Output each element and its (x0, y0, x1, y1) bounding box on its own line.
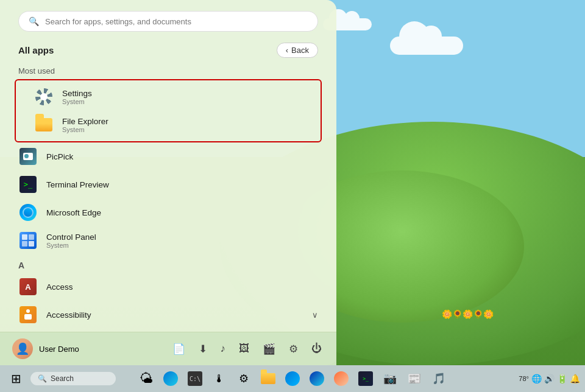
app-item-edge[interactable]: Microsoft Edge (0, 198, 336, 226)
weather2-icon: 🌡 (214, 373, 225, 385)
app-item-access[interactable]: A Access (0, 273, 336, 301)
app-item-settings[interactable]: Settings System (16, 83, 321, 111)
most-used-highlight-box: Settings System File Explorer System (15, 79, 322, 142)
control-panel-subtitle: System (46, 242, 96, 249)
access-icon: A (18, 277, 38, 296)
taskbar-search[interactable]: 🔍 Search (30, 372, 116, 385)
section-letter-a: A (0, 254, 336, 273)
control-panel-icon (18, 231, 38, 250)
accessibility-info: Accessibility (46, 310, 91, 320)
taskbar-search-label: Search (51, 374, 74, 383)
ms-edge-icon (310, 371, 324, 386)
gear-icon (35, 88, 52, 105)
search-icon: 🔍 (29, 16, 39, 26)
settings-app-info: Settings System (62, 89, 92, 105)
edge-icon (18, 203, 38, 222)
chevron-left-icon: ‹ (286, 46, 288, 55)
folder-taskbar-icon (261, 373, 275, 384)
taskbar-terminal-btn[interactable]: >_ (355, 368, 377, 390)
accessibility-name: Accessibility (46, 310, 91, 320)
settings-taskbar-icon: ⚙ (239, 372, 249, 385)
app-item-terminal[interactable]: >_ Terminal Preview (0, 170, 336, 198)
picpick-icon (18, 147, 38, 166)
taskbar-music-btn[interactable]: 🎵 (428, 368, 450, 390)
user-info[interactable]: 👤 User Demo (12, 338, 79, 359)
volume-icon[interactable]: 🔊 (544, 374, 555, 383)
taskbar-center: 🌤 C:\ 🌡 ⚙ (135, 368, 450, 390)
edge-name: Microsoft Edge (46, 208, 101, 217)
cloud-1 (390, 37, 463, 55)
terminal-info: Terminal Preview (46, 180, 109, 189)
file-explorer-icon (34, 115, 54, 135)
documents-icon[interactable]: 📄 (170, 340, 188, 358)
settings-app-icon (34, 87, 54, 107)
terminal-taskbar-icon: >_ (358, 371, 373, 386)
bottom-bar: 👤 User Demo 📄 ⬇ ♪ 🖼 🎬 ⚙ ⏻ (0, 332, 336, 365)
file-explorer-name: File Explorer (62, 117, 108, 126)
file-explorer-info: File Explorer System (62, 117, 108, 133)
taskbar-right: 78° 🌐 🔊 🔋 🔔 (519, 374, 580, 383)
access-info: Access (46, 282, 73, 292)
taskbar-weather2-btn[interactable]: 🌡 (208, 368, 230, 390)
taskbar-weather-btn[interactable]: 🌤 (135, 368, 157, 390)
accessibility-left: Accessibility (18, 305, 91, 324)
chevron-down-icon: ∨ (312, 310, 318, 320)
search-input[interactable] (45, 17, 308, 26)
edge-info: Microsoft Edge (46, 208, 101, 217)
taskbar-settings-btn[interactable]: ⚙ (233, 368, 255, 390)
videos-icon[interactable]: 🎬 (260, 340, 278, 358)
app-item-file-explorer[interactable]: File Explorer System (16, 111, 321, 139)
control-panel-info: Control Panel System (46, 233, 96, 249)
music-icon[interactable]: ♪ (218, 340, 229, 357)
all-apps-title: All apps (18, 45, 54, 55)
back-button[interactable]: ‹ Back (277, 43, 318, 58)
app-item-picpick[interactable]: PicPick (0, 142, 336, 170)
taskbar-unknown-btn[interactable] (330, 368, 352, 390)
control-panel-name: Control Panel (46, 233, 96, 242)
music-taskbar-icon: 🎵 (432, 372, 445, 385)
start-button[interactable]: ⊞ (5, 368, 27, 390)
screenshot-icon: 📷 (383, 372, 397, 385)
file-explorer-subtitle: System (62, 126, 108, 133)
edge2-taskbar-icon (285, 371, 300, 386)
most-used-label: Most used (0, 64, 336, 79)
terminal-name: Terminal Preview (46, 180, 109, 189)
weather-icon: 🌤 (140, 371, 153, 387)
picpick-info: PicPick (46, 152, 73, 161)
downloads-icon[interactable]: ⬇ (196, 340, 210, 358)
app-item-accessibility[interactable]: Accessibility ∨ (0, 301, 336, 329)
taskbar-ms-edge-btn[interactable] (306, 368, 328, 390)
all-apps-header: All apps ‹ Back (0, 39, 336, 64)
search-bar[interactable]: 🔍 (18, 11, 318, 32)
taskbar-edge2-btn[interactable] (282, 368, 303, 390)
network-icon[interactable]: 🌐 (531, 374, 542, 383)
windows-logo-icon: ⊞ (11, 371, 21, 386)
access-name: Access (46, 282, 73, 292)
start-menu: 🔍 All apps ‹ Back Most used S (0, 0, 336, 365)
power-icon[interactable]: ⏻ (309, 340, 324, 357)
flowers: 🌼🌻🌼🌻🌼 (442, 309, 494, 319)
settings-bottom-icon[interactable]: ⚙ (286, 340, 300, 358)
terminal-icon: >_ (18, 175, 38, 194)
user-name: User Demo (39, 345, 79, 354)
unknown-taskbar-icon (334, 371, 349, 386)
taskbar-cmd-btn[interactable]: C:\ (184, 368, 206, 390)
bottom-actions: 📄 ⬇ ♪ 🖼 🎬 ⚙ ⏻ (170, 340, 325, 358)
pictures-icon[interactable]: 🖼 (236, 340, 252, 357)
notification-icon[interactable]: 🔔 (570, 374, 580, 383)
taskbar-edge-btn[interactable] (160, 368, 182, 390)
app-list: Most used Settings System (0, 64, 336, 332)
settings-app-subtitle: System (62, 98, 92, 105)
taskbar-folder-btn[interactable] (257, 368, 279, 390)
edge-taskbar-icon (163, 371, 178, 386)
app-item-control-panel[interactable]: Control Panel System (0, 226, 336, 254)
folder-icon (35, 118, 52, 131)
temperature-display: 78° (519, 375, 529, 382)
taskbar-news-btn[interactable]: 📰 (403, 368, 425, 390)
settings-app-name: Settings (62, 89, 92, 98)
accessibility-icon (18, 305, 38, 324)
battery-icon[interactable]: 🔋 (557, 374, 567, 383)
news-icon: 📰 (408, 372, 421, 385)
taskbar-left: ⊞ 🔍 Search (5, 368, 116, 390)
taskbar-screenshot-btn[interactable]: 📷 (379, 368, 401, 390)
